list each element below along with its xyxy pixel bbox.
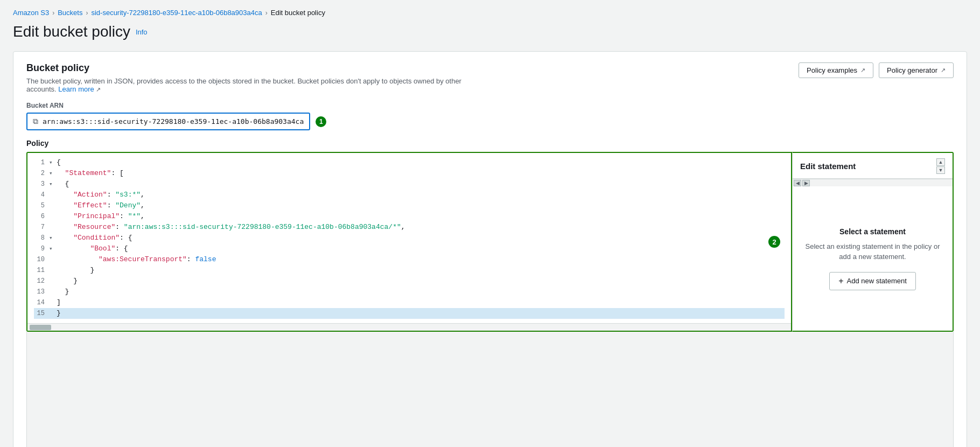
line-number-10: 10 bbox=[34, 254, 49, 265]
card-actions: Policy examples ↗ Policy generator ↗ bbox=[799, 62, 954, 78]
copy-icon[interactable]: ⧉ bbox=[33, 117, 38, 126]
line-number-3: 3 bbox=[34, 179, 49, 190]
line-content-3: { bbox=[57, 179, 69, 190]
code-line-8: 8▾ "Condition": { bbox=[34, 233, 785, 243]
policy-label: Policy bbox=[26, 139, 954, 148]
panel-body: Select a statement Select an existing st… bbox=[793, 186, 953, 331]
horiz-left-arrow[interactable]: ◀ bbox=[794, 180, 801, 186]
line-content-6: "Principal": "*", bbox=[57, 211, 145, 222]
panel-select-title: Select a statement bbox=[839, 227, 906, 236]
line-arrow-10 bbox=[49, 254, 57, 265]
bucket-policy-card: Bucket policy The bucket policy, written… bbox=[13, 51, 967, 447]
info-link[interactable]: Info bbox=[136, 28, 148, 36]
card-header-left: Bucket policy The bucket policy, written… bbox=[26, 62, 468, 93]
learn-more-link[interactable]: Learn more bbox=[58, 85, 94, 93]
line-arrow-9[interactable]: ▾ bbox=[49, 243, 57, 254]
line-arrow-7 bbox=[49, 222, 57, 233]
policy-code-editor[interactable]: 1▾{2▾ "Statement": [3▾ {4 "Action": "s3:… bbox=[27, 153, 791, 323]
panel-title: Edit statement bbox=[800, 162, 856, 171]
page-wrapper: Amazon S3 › Buckets › sid-security-72298… bbox=[0, 0, 980, 447]
horiz-scroll-thumb bbox=[30, 325, 51, 330]
code-line-3: 3▾ { bbox=[34, 179, 785, 190]
code-line-14: 14 ] bbox=[34, 297, 785, 308]
code-line-5: 5 "Effect": "Deny", bbox=[34, 200, 785, 211]
editor-horiz-scrollbar bbox=[27, 323, 791, 331]
line-number-4: 4 bbox=[34, 190, 49, 200]
panel-scroll-arrows: ▲ ▼ bbox=[936, 158, 945, 174]
line-arrow-4 bbox=[49, 190, 57, 200]
external-icon-examples: ↗ bbox=[860, 67, 865, 74]
line-number-8: 8 bbox=[34, 233, 49, 243]
breadcrumb-sep-2: › bbox=[86, 9, 88, 17]
external-icon-generator: ↗ bbox=[941, 67, 946, 74]
edit-statement-panel: Edit statement ▲ ▼ ◀ ▶ Select a statemen… bbox=[792, 152, 954, 332]
policy-examples-button[interactable]: Policy examples ↗ bbox=[799, 62, 873, 78]
page-title: Edit bucket policy bbox=[13, 23, 130, 40]
panel-header: Edit statement ▲ ▼ bbox=[793, 153, 953, 179]
line-arrow-6 bbox=[49, 211, 57, 222]
code-line-13: 13 } bbox=[34, 287, 785, 297]
line-content-14: ] bbox=[57, 297, 61, 308]
policy-generator-button[interactable]: Policy generator ↗ bbox=[879, 62, 954, 78]
panel-horiz-scrollbar: ◀ ▶ bbox=[793, 179, 953, 186]
breadcrumb-sep-1: › bbox=[52, 9, 54, 17]
add-new-statement-button[interactable]: + Add new statement bbox=[829, 272, 916, 290]
line-arrow-1[interactable]: ▾ bbox=[49, 157, 57, 168]
breadcrumb-bucket-name[interactable]: sid-security-72298180-e359-11ec-a10b-06b… bbox=[91, 9, 262, 17]
breadcrumb-buckets[interactable]: Buckets bbox=[58, 9, 82, 17]
line-content-11: } bbox=[57, 265, 94, 276]
line-number-13: 13 bbox=[34, 287, 49, 297]
breadcrumb: Amazon S3 › Buckets › sid-security-72298… bbox=[13, 9, 967, 17]
line-number-7: 7 bbox=[34, 222, 49, 233]
line-number-6: 6 bbox=[34, 211, 49, 222]
code-line-11: 11 } bbox=[34, 265, 785, 276]
page-title-row: Edit bucket policy Info bbox=[13, 23, 967, 40]
card-description: The bucket policy, written in JSON, prov… bbox=[26, 77, 468, 93]
code-line-10: 10 "aws:SecureTransport": false bbox=[34, 254, 785, 265]
policy-section: Policy 1▾{2▾ "Statement": [3▾ {4 "Action… bbox=[26, 139, 954, 332]
line-arrow-8[interactable]: ▾ bbox=[49, 233, 57, 243]
card-title: Bucket policy bbox=[26, 62, 468, 74]
code-line-6: 6 "Principal": "*", bbox=[34, 211, 785, 222]
card-header-row: Bucket policy The bucket policy, written… bbox=[26, 62, 954, 93]
line-number-5: 5 bbox=[34, 200, 49, 211]
code-line-1: 1▾{ bbox=[34, 157, 785, 168]
bucket-arn-label: Bucket ARN bbox=[26, 102, 954, 109]
line-number-1: 1 bbox=[34, 157, 49, 168]
line-number-9: 9 bbox=[34, 243, 49, 254]
plus-icon: + bbox=[838, 276, 843, 286]
below-editor-area bbox=[26, 332, 954, 447]
bucket-arn-value: arn:aws:s3:::sid-security-72298180-e359-… bbox=[43, 117, 304, 125]
line-content-13: } bbox=[57, 287, 69, 297]
line-content-7: "Resource": "arn:aws:s3:::sid-security-7… bbox=[57, 222, 405, 233]
line-arrow-5 bbox=[49, 200, 57, 211]
line-arrow-12 bbox=[49, 276, 57, 287]
bucket-arn-field: ⧉ arn:aws:s3:::sid-security-72298180-e35… bbox=[26, 113, 310, 130]
panel-select-desc: Select an existing statement in the poli… bbox=[803, 241, 942, 262]
line-number-2: 2 bbox=[34, 168, 49, 179]
arn-badge-1: 1 bbox=[316, 116, 326, 127]
line-number-12: 12 bbox=[34, 276, 49, 287]
line-number-14: 14 bbox=[34, 297, 49, 308]
line-content-1: { bbox=[57, 157, 61, 168]
scroll-up-arrow[interactable]: ▲ bbox=[936, 158, 945, 166]
breadcrumb-amazon-s3[interactable]: Amazon S3 bbox=[13, 9, 49, 17]
line-content-4: "Action": "s3:*", bbox=[57, 190, 145, 200]
horiz-right-arrow[interactable]: ▶ bbox=[802, 180, 810, 186]
line-arrow-2[interactable]: ▾ bbox=[49, 168, 57, 179]
line-content-10: "aws:SecureTransport": false bbox=[57, 254, 216, 265]
code-line-9: 9▾ "Bool": { bbox=[34, 243, 785, 254]
line-content-5: "Effect": "Deny", bbox=[57, 200, 145, 211]
line-number-15: 15 bbox=[34, 308, 49, 319]
line-arrow-13 bbox=[49, 287, 57, 297]
line-number-11: 11 bbox=[34, 265, 49, 276]
breadcrumb-current: Edit bucket policy bbox=[271, 9, 325, 17]
scroll-down-arrow[interactable]: ▼ bbox=[936, 166, 945, 174]
code-line-7: 7 "Resource": "arn:aws:s3:::sid-security… bbox=[34, 222, 785, 233]
code-line-15: 15 } bbox=[34, 308, 785, 319]
line-arrow-3[interactable]: ▾ bbox=[49, 179, 57, 190]
code-line-12: 12 } bbox=[34, 276, 785, 287]
line-arrow-11 bbox=[49, 265, 57, 276]
policy-badge-2: 2 bbox=[768, 236, 780, 248]
line-arrow-14 bbox=[49, 297, 57, 308]
